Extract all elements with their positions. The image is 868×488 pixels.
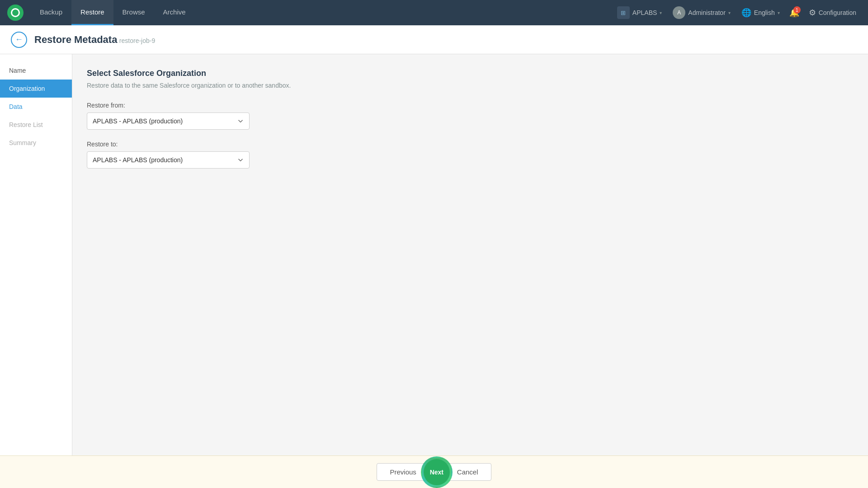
footer: Previous Next Cancel <box>0 455 868 488</box>
sidebar-item-data[interactable]: Data <box>0 98 72 116</box>
app-logo[interactable] <box>7 5 24 21</box>
topbar: Backup Restore Browse Archive ⊞ APLABS ▾… <box>0 0 868 25</box>
restore-to-label: Restore to: <box>87 141 854 148</box>
user-selector[interactable]: A Administrator ▾ <box>668 4 735 22</box>
back-button[interactable]: ← <box>11 32 27 48</box>
org-icon: ⊞ <box>617 6 630 19</box>
main-layout: Name Organization Data Restore List Summ… <box>0 54 868 455</box>
page-title: Restore Metadata <box>34 34 117 45</box>
language-selector[interactable]: 🌐 English ▾ <box>737 5 784 20</box>
notification-badge: 1 <box>793 6 801 14</box>
next-button[interactable]: Next <box>424 459 450 485</box>
restore-from-group: Restore from: APLABS - APLABS (productio… <box>87 102 854 130</box>
restore-to-select[interactable]: APLABS - APLABS (production) <box>87 151 250 169</box>
restore-from-select[interactable]: APLABS - APLABS (production) <box>87 113 250 130</box>
page-wrapper: ← Restore Metadata restore-job-9 Name Or… <box>0 25 868 488</box>
topbar-nav: Backup Restore Browse Archive <box>31 0 613 25</box>
back-icon: ← <box>15 35 23 44</box>
configuration-button[interactable]: ⚙ Configuration <box>804 5 861 20</box>
user-name: Administrator <box>688 9 725 16</box>
user-avatar: A <box>673 6 685 19</box>
sidebar-item-organization[interactable]: Organization <box>0 80 72 98</box>
org-chevron-icon: ▾ <box>660 10 662 15</box>
sidebar: Name Organization Data Restore List Summ… <box>0 54 72 455</box>
restore-from-label: Restore from: <box>87 102 854 109</box>
section-title: Select Salesforce Organization <box>87 69 854 78</box>
nav-archive[interactable]: Archive <box>154 0 195 25</box>
org-selector[interactable]: ⊞ APLABS ▾ <box>613 4 666 22</box>
gear-icon: ⚙ <box>809 8 816 18</box>
page-subtitle: restore-job-9 <box>119 37 155 44</box>
content-area: Select Salesforce Organization Restore d… <box>72 54 868 455</box>
sidebar-item-restore-list: Restore List <box>0 116 72 134</box>
sidebar-item-summary: Summary <box>0 134 72 152</box>
topbar-right: ⊞ APLABS ▾ A Administrator ▾ 🌐 English ▾… <box>613 4 861 22</box>
notification-bell[interactable]: 🔔 1 <box>786 5 802 21</box>
globe-icon: 🌐 <box>741 8 751 18</box>
language-chevron-icon: ▾ <box>778 10 780 15</box>
section-desc: Restore data to the same Salesforce orga… <box>87 82 854 89</box>
config-label: Configuration <box>819 9 856 16</box>
org-name: APLABS <box>632 9 657 16</box>
sidebar-item-name[interactable]: Name <box>0 61 72 80</box>
page-heading: Restore Metadata restore-job-9 <box>34 34 155 46</box>
nav-backup[interactable]: Backup <box>31 0 71 25</box>
page-header: ← Restore Metadata restore-job-9 <box>0 25 868 54</box>
nav-restore[interactable]: Restore <box>71 0 113 25</box>
nav-browse[interactable]: Browse <box>113 0 154 25</box>
restore-to-group: Restore to: APLABS - APLABS (production) <box>87 141 854 169</box>
user-chevron-icon: ▾ <box>728 10 731 15</box>
language-label: English <box>754 9 775 16</box>
